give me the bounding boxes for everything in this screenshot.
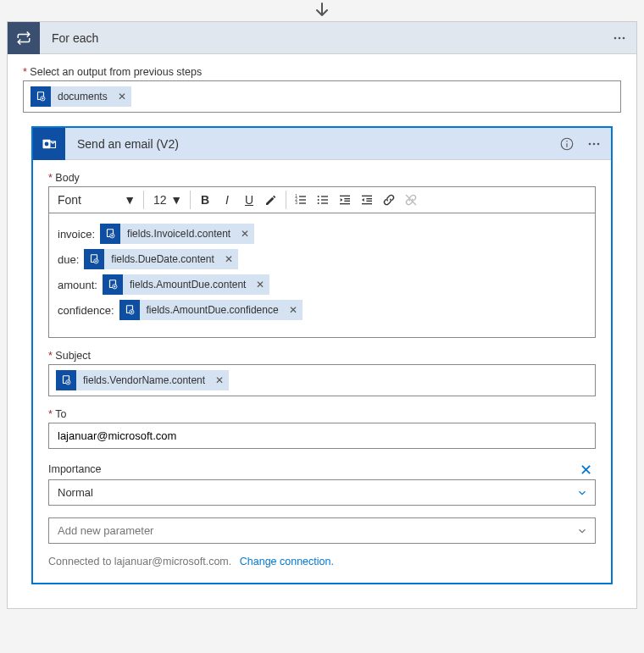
- token-icon: [84, 249, 104, 269]
- body-editor[interactable]: invoice:fields.InvoiceId.content✕due:fie…: [48, 213, 596, 338]
- italic-button[interactable]: I: [217, 189, 237, 211]
- select-output-label: Select an output from previous steps: [23, 66, 621, 78]
- richtext-toolbar: Font ▼ 12 ▼ B I U: [48, 186, 596, 213]
- token-icon: [103, 274, 123, 295]
- send-email-card: Send an email (V2) Body Font ▼: [31, 126, 613, 584]
- body-row-label: amount:: [58, 279, 97, 291]
- bullet-list-button[interactable]: [313, 189, 333, 211]
- body-token[interactable]: fields.AmountDue.content✕: [103, 274, 269, 295]
- token-label: fields.DueDate.content: [104, 249, 219, 269]
- font-family-dropdown[interactable]: Font ▼: [54, 189, 139, 211]
- bold-button[interactable]: B: [195, 189, 215, 211]
- body-row: due:fields.DueDate.content✕: [58, 249, 586, 269]
- token-remove-button[interactable]: ✕: [284, 300, 303, 320]
- importance-label: Importance: [48, 463, 102, 475]
- subject-label: Subject: [48, 350, 596, 362]
- token-remove-button[interactable]: ✕: [219, 249, 238, 269]
- connection-footer: Connected to lajanuar@microsoft.com. Cha…: [48, 556, 596, 567]
- token-remove-button[interactable]: ✕: [251, 274, 269, 295]
- foreach-title: For each: [40, 31, 609, 45]
- to-input[interactable]: [48, 423, 596, 449]
- importance-remove-button[interactable]: ✕: [580, 461, 596, 479]
- token-remove-button[interactable]: ✕: [210, 370, 229, 390]
- token-icon: [100, 224, 120, 244]
- svg-point-1: [619, 36, 621, 39]
- svg-point-9: [566, 140, 568, 141]
- token-vendorname[interactable]: fields.VendorName.content ✕: [56, 370, 229, 390]
- select-output-input[interactable]: documents ✕: [23, 80, 621, 113]
- underline-button[interactable]: U: [239, 189, 259, 211]
- font-size-label: 12: [153, 193, 167, 207]
- body-row: invoice:fields.InvoiceId.content✕: [58, 224, 586, 244]
- send-email-menu-button[interactable]: [584, 134, 604, 154]
- numbered-list-button[interactable]: 123: [291, 189, 311, 211]
- token-label: fields.AmountDue.confidence: [140, 300, 284, 320]
- flow-arrow-down: [0, 0, 644, 21]
- token-icon: [56, 370, 76, 390]
- body-token[interactable]: fields.AmountDue.confidence✕: [119, 300, 303, 320]
- body-row-label: invoice:: [58, 228, 95, 241]
- body-row: amount:fields.AmountDue.content✕: [58, 274, 586, 295]
- foreach-card: For each Select an output from previous …: [7, 21, 637, 609]
- chevron-down-icon: [576, 487, 588, 499]
- importance-value: Normal: [58, 486, 93, 499]
- send-email-title: Send an email (V2): [65, 137, 557, 151]
- svg-point-10: [589, 142, 591, 145]
- connected-text: Connected to lajanuar@microsoft.com.: [48, 556, 231, 567]
- info-button[interactable]: [557, 134, 577, 154]
- foreach-body: Select an output from previous steps doc…: [8, 54, 636, 608]
- to-label: To: [48, 408, 596, 420]
- token-label: fields.VendorName.content: [76, 370, 210, 390]
- font-size-dropdown[interactable]: 12 ▼: [148, 189, 186, 211]
- outlook-icon: [33, 128, 65, 160]
- body-label: Body: [48, 172, 596, 184]
- token-documents[interactable]: documents ✕: [31, 86, 131, 107]
- token-label: fields.InvoiceId.content: [120, 224, 236, 244]
- token-remove-button[interactable]: ✕: [113, 86, 131, 107]
- loop-icon: [8, 22, 40, 54]
- svg-point-11: [593, 142, 596, 145]
- add-parameter-dropdown[interactable]: Add new parameter: [48, 517, 596, 544]
- svg-text:3: 3: [295, 201, 297, 205]
- svg-point-24: [318, 202, 319, 204]
- foreach-menu-button[interactable]: [609, 28, 630, 48]
- svg-point-0: [614, 36, 617, 39]
- importance-select[interactable]: Normal: [48, 479, 596, 506]
- change-connection-link[interactable]: Change connection.: [240, 556, 334, 567]
- svg-point-23: [318, 199, 319, 201]
- body-token[interactable]: fields.DueDate.content✕: [84, 249, 237, 269]
- body-row: confidence:fields.AmountDue.confidence✕: [58, 300, 586, 320]
- indent-button[interactable]: [357, 189, 377, 211]
- token-remove-button[interactable]: ✕: [236, 224, 254, 244]
- send-email-header[interactable]: Send an email (V2): [33, 128, 611, 160]
- outdent-button[interactable]: [335, 189, 355, 211]
- svg-point-6: [45, 141, 49, 146]
- svg-point-2: [623, 36, 625, 39]
- body-row-label: confidence:: [58, 304, 114, 317]
- highlight-button[interactable]: [261, 189, 281, 211]
- token-label: documents: [51, 86, 113, 107]
- svg-point-22: [318, 196, 319, 197]
- token-icon: [31, 86, 51, 107]
- token-label: fields.AmountDue.content: [123, 274, 251, 295]
- body-row-label: due:: [58, 253, 79, 266]
- subject-input[interactable]: fields.VendorName.content ✕: [48, 364, 596, 396]
- send-email-body: Body Font ▼ 12 ▼ B I U: [33, 160, 611, 583]
- token-icon: [119, 300, 140, 320]
- chevron-down-icon: [576, 525, 588, 537]
- svg-point-12: [597, 142, 600, 145]
- font-family-label: Font: [58, 193, 81, 207]
- add-parameter-label: Add new parameter: [58, 524, 153, 537]
- link-button[interactable]: [379, 189, 399, 211]
- foreach-header[interactable]: For each: [8, 22, 636, 54]
- unlink-button: [401, 189, 421, 211]
- body-token[interactable]: fields.InvoiceId.content✕: [100, 224, 254, 244]
